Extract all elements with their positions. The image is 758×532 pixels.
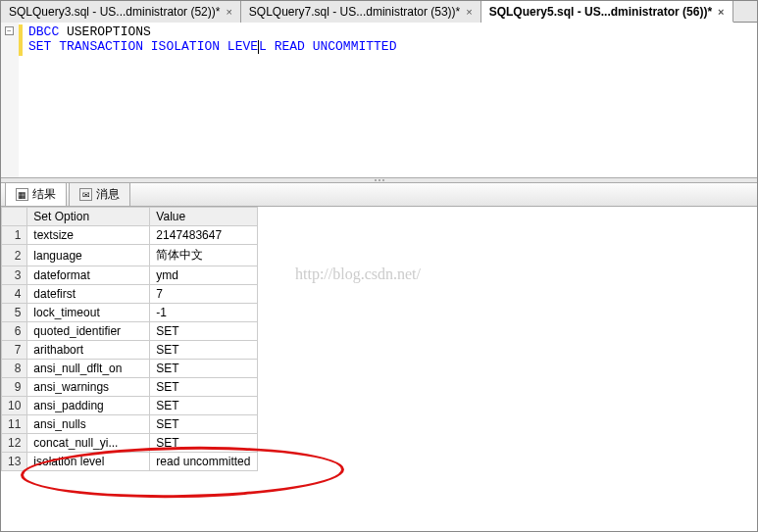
row-number: 10 (2, 397, 27, 415)
cell-value[interactable]: SET (150, 360, 258, 378)
file-tab-bar: SQLQuery3.sql - US...dministrator (52))*… (1, 1, 757, 23)
cell-setoption[interactable]: quoted_identifier (27, 322, 150, 341)
close-icon[interactable]: × (226, 6, 231, 18)
editor-gutter (1, 23, 19, 177)
watermark-text: http://blog.csdn.net/ (295, 266, 421, 283)
cell-value[interactable]: SET (150, 378, 258, 397)
cell-value[interactable]: SET (150, 322, 258, 341)
table-row[interactable]: 9ansi_warningsSET (2, 378, 258, 397)
cell-value[interactable]: 简体中文 (150, 245, 258, 266)
table-row[interactable]: 11ansi_nullsSET (2, 415, 258, 434)
cell-setoption[interactable]: arithabort (27, 341, 150, 360)
cell-value[interactable]: -1 (150, 304, 258, 322)
cell-value[interactable]: 7 (150, 285, 258, 304)
tab-label: 消息 (96, 186, 120, 203)
col-header-setoption[interactable]: Set Option (27, 208, 150, 226)
fold-minus-icon[interactable]: − (5, 26, 14, 35)
keyword: L READ UNCOMMITTED (259, 39, 396, 54)
tab-sqlquery3[interactable]: SQLQuery3.sql - US...dministrator (52))*… (1, 1, 241, 23)
code-text: USEROPTIONS (59, 24, 151, 39)
row-number: 5 (2, 304, 27, 322)
cell-setoption[interactable]: lock_timeout (27, 304, 150, 322)
cell-setoption[interactable]: ansi_warnings (27, 378, 150, 397)
table-row[interactable]: 6quoted_identifierSET (2, 322, 258, 341)
row-number: 8 (2, 360, 27, 378)
cell-setoption[interactable]: isolation level (27, 453, 150, 471)
row-number: 4 (2, 285, 27, 304)
table-row[interactable]: 7arithabortSET (2, 341, 258, 360)
row-number: 11 (2, 415, 27, 434)
cell-setoption[interactable]: dateformat (27, 266, 150, 285)
row-number: 3 (2, 266, 27, 285)
cell-setoption[interactable]: ansi_padding (27, 397, 150, 415)
row-number: 6 (2, 322, 27, 341)
table-row[interactable]: 1textsize2147483647 (2, 226, 258, 245)
cell-setoption[interactable]: ansi_null_dflt_on (27, 360, 150, 378)
message-icon: ✉ (79, 188, 92, 201)
keyword: SET TRANSACTION ISOLATION LEVE (28, 39, 258, 54)
table-row[interactable]: 13isolation levelread uncommitted (2, 453, 258, 471)
row-number: 7 (2, 341, 27, 360)
close-icon[interactable]: × (466, 6, 472, 18)
cell-value[interactable]: 2147483647 (150, 226, 258, 245)
cell-setoption[interactable]: language (27, 245, 150, 266)
cell-value[interactable]: SET (150, 397, 258, 415)
table-row[interactable]: 4datefirst7 (2, 285, 258, 304)
results-grid-area: Set Option Value 1textsize21474836472lan… (1, 207, 757, 531)
close-icon[interactable]: × (718, 6, 724, 18)
table-row[interactable]: 10ansi_paddingSET (2, 397, 258, 415)
tab-label: SQLQuery5.sql - US...dministrator (56))* (489, 5, 712, 19)
keyword: DBCC (28, 24, 59, 39)
cell-setoption[interactable]: datefirst (27, 285, 150, 304)
row-number: 2 (2, 245, 27, 266)
cell-setoption[interactable]: concat_null_yi... (27, 434, 150, 453)
tab-messages[interactable]: ✉ 消息 (69, 182, 130, 206)
tab-results[interactable]: ▦ 结果 (5, 182, 67, 206)
code-content: DBCC USEROPTIONS SET TRANSACTION ISOLATI… (1, 23, 757, 54)
cell-value[interactable]: SET (150, 341, 258, 360)
cell-setoption[interactable]: ansi_nulls (27, 415, 150, 434)
row-number: 12 (2, 434, 27, 453)
results-table[interactable]: Set Option Value 1textsize21474836472lan… (1, 207, 258, 471)
cell-value[interactable]: read uncommitted (150, 453, 258, 471)
table-header-row: Set Option Value (2, 208, 258, 226)
cell-value[interactable]: SET (150, 434, 258, 453)
table-row[interactable]: 3dateformatymd (2, 266, 258, 285)
tab-label: SQLQuery7.sql - US...dministrator (53))* (249, 5, 460, 19)
sql-editor[interactable]: − DBCC USEROPTIONS SET TRANSACTION ISOLA… (1, 23, 757, 177)
tab-sqlquery5[interactable]: SQLQuery5.sql - US...dministrator (56))*… (481, 1, 733, 23)
table-row[interactable]: 12concat_null_yi...SET (2, 434, 258, 453)
row-number: 13 (2, 453, 27, 471)
table-row[interactable]: 8ansi_null_dflt_onSET (2, 360, 258, 378)
tab-sqlquery7[interactable]: SQLQuery7.sql - US...dministrator (53))*… (241, 1, 481, 23)
tab-label: SQLQuery3.sql - US...dministrator (52))* (9, 5, 220, 19)
cell-setoption[interactable]: textsize (27, 226, 150, 245)
cell-value[interactable]: ymd (150, 266, 258, 285)
tab-label: 结果 (32, 186, 56, 203)
table-row[interactable]: 5lock_timeout-1 (2, 304, 258, 322)
corner-cell (2, 208, 27, 226)
row-number: 9 (2, 378, 27, 397)
grid-icon: ▦ (16, 188, 28, 201)
table-row[interactable]: 2language简体中文 (2, 245, 258, 266)
col-header-value[interactable]: Value (150, 208, 258, 226)
cell-value[interactable]: SET (150, 415, 258, 434)
change-marker (19, 24, 23, 56)
row-number: 1 (2, 226, 27, 245)
